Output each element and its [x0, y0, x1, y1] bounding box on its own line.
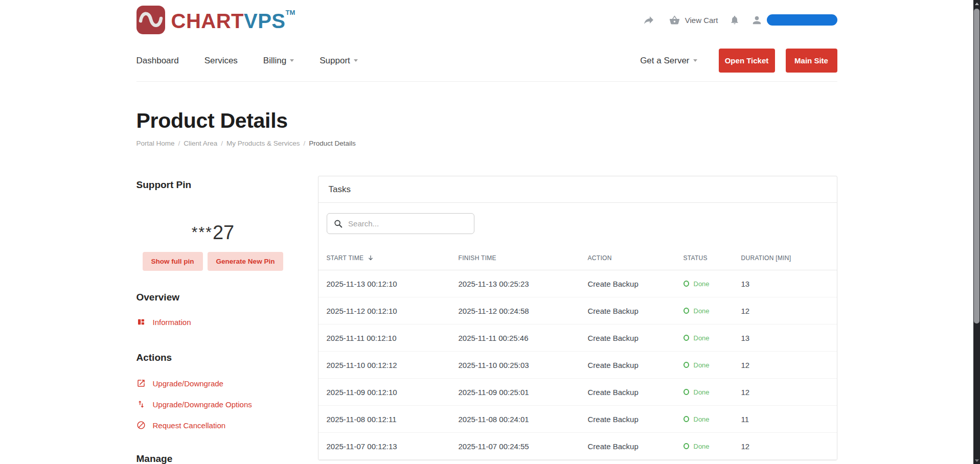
- cell-start-time: 2025-11-08 00:12:11: [327, 415, 459, 424]
- breadcrumb: Portal Home / Client Area / My Products …: [136, 140, 837, 147]
- breadcrumb-portal-home[interactable]: Portal Home: [136, 140, 175, 147]
- table-row: 2025-11-13 00:12:10 2025-11-13 00:25:23 …: [318, 270, 837, 297]
- tasks-title: Tasks: [329, 184, 351, 195]
- actions-list: Upgrade/Downgrade Upgrade/Downgrade Opti…: [136, 377, 290, 431]
- sidebar-item-upgrade-downgrade[interactable]: Upgrade/Downgrade: [136, 377, 290, 389]
- status-badge: Done: [694, 415, 710, 423]
- main-site-button[interactable]: Main Site: [786, 49, 837, 73]
- table-row: 2025-11-11 00:12:10 2025-11-11 00:25:46 …: [318, 324, 837, 352]
- bell-icon[interactable]: [730, 15, 740, 25]
- overview-heading: Overview: [136, 291, 290, 304]
- view-cart-label: View Cart: [685, 16, 718, 25]
- scrollbar-down-arrow-icon[interactable]: [975, 459, 979, 462]
- nav-item-support[interactable]: Support: [320, 56, 358, 66]
- column-header-duration[interactable]: DURATION [MIN]: [741, 254, 837, 262]
- tasks-search: [327, 213, 474, 234]
- swap-vert-icon: [136, 400, 146, 409]
- table-row: 2025-11-07 00:12:13 2025-11-07 00:24:55 …: [318, 433, 837, 460]
- chevron-down-icon: [354, 59, 358, 62]
- table-row: 2025-11-08 00:12:11 2025-11-08 00:24:01 …: [318, 406, 837, 433]
- cell-duration: 11: [741, 415, 837, 424]
- cell-action: Create Backup: [588, 361, 683, 369]
- nav-item-billing[interactable]: Billing: [263, 56, 294, 66]
- breadcrumb-client-area[interactable]: Client Area: [184, 140, 217, 147]
- scrollbar-thumb[interactable]: [974, 9, 979, 323]
- nav-item-dashboard[interactable]: Dashboard: [136, 56, 179, 66]
- basket-icon: [669, 15, 680, 26]
- scrollbar-up-arrow-icon[interactable]: [975, 3, 979, 5]
- cell-status: Done: [683, 361, 741, 369]
- cell-action: Create Backup: [588, 334, 683, 342]
- done-ring-icon: [683, 416, 689, 422]
- done-ring-icon: [683, 362, 689, 368]
- search-icon: [333, 218, 344, 229]
- status-badge: Done: [694, 388, 710, 396]
- chevron-down-icon: [693, 59, 697, 62]
- done-ring-icon: [683, 443, 689, 449]
- cell-duration: 12: [741, 307, 837, 315]
- column-header-finish-time[interactable]: FINISH TIME: [459, 254, 588, 262]
- person-icon[interactable]: [751, 14, 763, 26]
- sidebar-item-information[interactable]: Information: [136, 316, 290, 328]
- column-header-start-time[interactable]: START TIME: [327, 254, 459, 262]
- cell-status: Done: [683, 415, 741, 423]
- brand-logo[interactable]: CHARTVPSTM: [136, 6, 295, 34]
- cell-start-time: 2025-11-07 00:12:13: [327, 442, 459, 451]
- dashboard-split-icon: [136, 317, 146, 327]
- cell-finish-time: 2025-11-08 00:24:01: [459, 415, 588, 424]
- support-pin-value: ***27: [136, 222, 290, 243]
- status-badge: Done: [694, 280, 710, 288]
- cell-status: Done: [683, 443, 741, 450]
- block-icon: [136, 421, 146, 430]
- tasks-table-header: START TIME FINISH TIME ACTION STATUS DUR…: [318, 246, 837, 270]
- tasks-panel-header: Tasks: [318, 176, 837, 203]
- nav-item-services[interactable]: Services: [204, 56, 238, 66]
- cell-finish-time: 2025-11-12 00:24:58: [459, 307, 588, 315]
- breadcrumb-my-products[interactable]: My Products & Services: [226, 140, 300, 147]
- cell-finish-time: 2025-11-10 00:25:03: [459, 361, 588, 369]
- get-a-server-menu[interactable]: Get a Server: [640, 56, 697, 66]
- vertical-scrollbar[interactable]: [973, 0, 980, 464]
- status-badge: Done: [694, 307, 710, 315]
- view-cart-button[interactable]: View Cart: [669, 15, 718, 26]
- show-full-pin-button[interactable]: Show full pin: [143, 252, 203, 271]
- sidebar: Support Pin ***27 Show full pin Generate…: [136, 176, 290, 464]
- breadcrumb-separator: /: [221, 140, 223, 147]
- support-pin-heading: Support Pin: [136, 179, 290, 191]
- cell-action: Create Backup: [588, 307, 683, 315]
- tasks-panel: Tasks START TIME FINISH TIME ACTION: [318, 176, 837, 460]
- search-input[interactable]: [348, 219, 467, 228]
- open-ticket-button[interactable]: Open Ticket: [719, 49, 775, 73]
- cell-finish-time: 2025-11-09 00:25:01: [459, 388, 588, 397]
- breadcrumb-current: Product Details: [309, 140, 356, 147]
- cell-duration: 12: [741, 442, 837, 451]
- main-nav: Dashboard Services Billing Support Get a…: [136, 40, 837, 82]
- column-header-status[interactable]: STATUS: [683, 254, 741, 262]
- cell-action: Create Backup: [588, 388, 683, 397]
- cell-duration: 13: [741, 334, 837, 342]
- forward-icon[interactable]: [643, 14, 655, 26]
- cell-status: Done: [683, 334, 741, 342]
- column-header-action[interactable]: ACTION: [588, 254, 683, 262]
- cell-start-time: 2025-11-13 00:12:10: [327, 280, 459, 288]
- cell-start-time: 2025-11-12 00:12:10: [327, 307, 459, 315]
- table-row: 2025-11-09 00:12:10 2025-11-09 00:25:01 …: [318, 379, 837, 406]
- status-badge: Done: [694, 334, 710, 342]
- cell-start-time: 2025-11-11 00:12:10: [327, 334, 459, 342]
- account-name-pill[interactable]: [767, 14, 837, 26]
- page-title: Product Details: [136, 108, 837, 133]
- sidebar-item-upgrade-downgrade-options[interactable]: Upgrade/Downgrade Options: [136, 398, 290, 410]
- cell-action: Create Backup: [588, 415, 683, 424]
- actions-heading: Actions: [136, 352, 290, 364]
- done-ring-icon: [683, 335, 689, 341]
- launch-icon: [136, 379, 146, 388]
- done-ring-icon: [683, 308, 689, 314]
- cell-status: Done: [683, 280, 741, 288]
- generate-new-pin-button[interactable]: Generate New Pin: [208, 252, 284, 271]
- sidebar-item-request-cancellation[interactable]: Request Cancellation: [136, 419, 290, 431]
- breadcrumb-separator: /: [303, 140, 305, 147]
- topbar: CHARTVPSTM View Cart: [136, 0, 837, 40]
- tasks-table-body: 2025-11-13 00:12:10 2025-11-13 00:25:23 …: [318, 270, 837, 460]
- cell-duration: 13: [741, 280, 837, 288]
- status-badge: Done: [694, 361, 710, 369]
